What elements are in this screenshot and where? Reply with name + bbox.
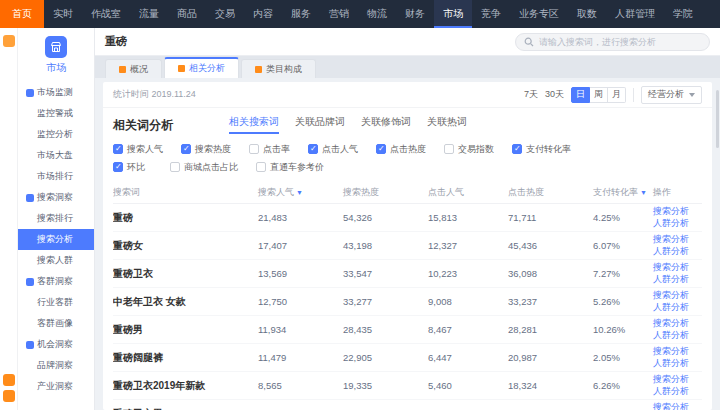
- range-button[interactable]: 30天: [545, 88, 564, 101]
- search-analysis-link[interactable]: 搜索分析: [653, 290, 702, 301]
- sidebar-item-label: 机会洞察: [37, 338, 73, 351]
- sidebar-item[interactable]: 行业客群: [18, 292, 94, 313]
- subtab[interactable]: 关联修饰词: [361, 115, 411, 134]
- nav-item[interactable]: 竞争: [472, 0, 510, 28]
- sidebar-item[interactable]: 客群洞察: [18, 271, 94, 292]
- value-cell: 28,435: [343, 324, 428, 335]
- crowd-analysis-link[interactable]: 人群分析: [653, 218, 702, 229]
- nav-item[interactable]: 交易: [206, 0, 244, 28]
- search-analysis-link[interactable]: 搜索分析: [653, 346, 702, 357]
- column-header-label: 搜索人气: [258, 187, 294, 197]
- menu-group-icon: [26, 341, 34, 349]
- sidebar-item[interactable]: 产业洞察: [18, 376, 94, 397]
- nav-item[interactable]: 营销: [320, 0, 358, 28]
- sidebar-item[interactable]: 品牌洞察: [18, 355, 94, 376]
- metric-checkbox[interactable]: 直通车参考价: [256, 161, 324, 174]
- search-analysis-link[interactable]: 搜索分析: [653, 318, 702, 329]
- scrollbar[interactable]: [716, 90, 719, 148]
- nav-item[interactable]: 作战室: [82, 0, 130, 28]
- crowd-analysis-link[interactable]: 人群分析: [653, 386, 702, 397]
- value-cell: 10,223: [428, 268, 508, 279]
- metric-checkbox[interactable]: 点击热度: [376, 143, 426, 156]
- tab[interactable]: 类目构成: [241, 59, 316, 78]
- dropdown-label: 经营分析: [648, 88, 684, 101]
- nav-item[interactable]: 实时: [44, 0, 82, 28]
- crowd-analysis-link[interactable]: 人群分析: [653, 302, 702, 313]
- metric-checkbox[interactable]: 点击率: [249, 143, 290, 156]
- metric-checkbox[interactable]: 搜索人气: [113, 143, 163, 156]
- period-button[interactable]: 月: [608, 87, 626, 103]
- nav-item[interactable]: 商品: [168, 0, 206, 28]
- sidebar-item[interactable]: 客群画像: [18, 313, 94, 334]
- tab[interactable]: 相关分析: [164, 57, 239, 78]
- sidebar-item[interactable]: 机会洞察: [18, 334, 94, 355]
- crowd-analysis-link[interactable]: 人群分析: [653, 358, 702, 369]
- subtab[interactable]: 关联热词: [427, 115, 467, 134]
- column-header-label: 点击热度: [508, 187, 544, 197]
- search-analysis-link[interactable]: 搜索分析: [653, 234, 702, 245]
- nav-item[interactable]: 服务: [282, 0, 320, 28]
- column-header[interactable]: 支付转化率▼: [593, 186, 653, 199]
- metric-checkbox[interactable]: 点击人气: [308, 143, 358, 156]
- nav-item[interactable]: 市场: [434, 0, 472, 28]
- analysis-dropdown[interactable]: 经营分析: [641, 86, 702, 104]
- nav-item[interactable]: 流量: [130, 0, 168, 28]
- crowd-analysis-link[interactable]: 人群分析: [653, 330, 702, 341]
- tab[interactable]: 概况: [105, 59, 162, 78]
- search-analysis-link[interactable]: 搜索分析: [653, 402, 702, 410]
- metric-checkbox[interactable]: 环比: [113, 161, 170, 174]
- subtab[interactable]: 相关搜索词: [229, 115, 279, 134]
- nav-item[interactable]: 业务专区: [510, 0, 568, 28]
- apps-icon[interactable]: [3, 35, 15, 47]
- value-cell: 45,436: [508, 240, 593, 251]
- sidebar-item[interactable]: 搜索排行: [18, 208, 94, 229]
- search-analysis-link[interactable]: 搜索分析: [653, 206, 702, 217]
- sort-desc-icon[interactable]: ▼: [640, 189, 647, 196]
- search-analysis-link[interactable]: 搜索分析: [653, 262, 702, 273]
- sidebar-item[interactable]: 监控分析: [18, 124, 94, 145]
- tab-label: 相关分析: [189, 62, 225, 75]
- metric-checkbox[interactable]: 交易指数: [444, 143, 494, 156]
- search-input[interactable]: [539, 37, 701, 47]
- metric-checkbox[interactable]: 商城点击占比: [170, 161, 238, 174]
- sidebar-item[interactable]: 监控警戒: [18, 103, 94, 124]
- sidebar-module-market[interactable]: 市场: [18, 28, 94, 82]
- metric-checkbox[interactable]: 支付转化率: [512, 143, 571, 156]
- metric-row-2: 环比商城点击占比直通车参考价: [113, 158, 702, 176]
- crowd-analysis-link[interactable]: 人群分析: [653, 274, 702, 285]
- sidebar-item[interactable]: 市场监测: [18, 82, 94, 103]
- nav-item[interactable]: 财务: [396, 0, 434, 28]
- column-header-label: 操作: [653, 187, 671, 197]
- column-header[interactable]: 搜索人气▼: [258, 186, 343, 199]
- metric-row-1: 搜索人气搜索热度点击率点击人气点击热度交易指数支付转化率: [113, 140, 702, 158]
- search-analysis-link[interactable]: 搜索分析: [653, 374, 702, 385]
- nav-item[interactable]: 内容: [244, 0, 282, 28]
- sidebar-item[interactable]: 市场排行: [18, 166, 94, 187]
- nav-item[interactable]: 物流: [358, 0, 396, 28]
- help-icon[interactable]: [3, 374, 15, 386]
- nav-item[interactable]: 学院: [664, 0, 702, 28]
- checkbox: [113, 162, 123, 172]
- subtab[interactable]: 关联品牌词: [295, 115, 345, 134]
- sidebar-item[interactable]: 搜索人群: [18, 250, 94, 271]
- range-button[interactable]: 7天: [524, 88, 538, 101]
- nav-item[interactable]: 首页: [0, 0, 44, 28]
- crowd-analysis-link[interactable]: 人群分析: [653, 246, 702, 257]
- tab-label: 概况: [130, 63, 148, 76]
- table-row: 重磅卫衣2019年新款8,56519,3355,46018,3246.26%搜索…: [113, 372, 702, 400]
- keyword-search-box[interactable]: [515, 33, 710, 51]
- date-toolbar: 统计时间 2019.11.24 7天30天日周月经营分析: [103, 82, 712, 108]
- metric-checkbox[interactable]: 搜索热度: [181, 143, 231, 156]
- feedback-icon[interactable]: [3, 390, 15, 402]
- keyword-cell: 中老年卫衣 女款: [113, 295, 258, 309]
- nav-item[interactable]: 人群管理: [606, 0, 664, 28]
- sidebar-item[interactable]: 搜索分析: [18, 229, 94, 250]
- nav-item[interactable]: 取数: [568, 0, 606, 28]
- keyword-cell: 重磅男: [113, 323, 258, 337]
- value-cell: 11,479: [258, 352, 343, 363]
- period-button[interactable]: 日: [571, 87, 590, 103]
- sidebar-item[interactable]: 搜索洞察: [18, 187, 94, 208]
- sidebar-item[interactable]: 市场大盘: [18, 145, 94, 166]
- sort-desc-icon[interactable]: ▼: [296, 189, 303, 196]
- period-button[interactable]: 周: [590, 87, 608, 103]
